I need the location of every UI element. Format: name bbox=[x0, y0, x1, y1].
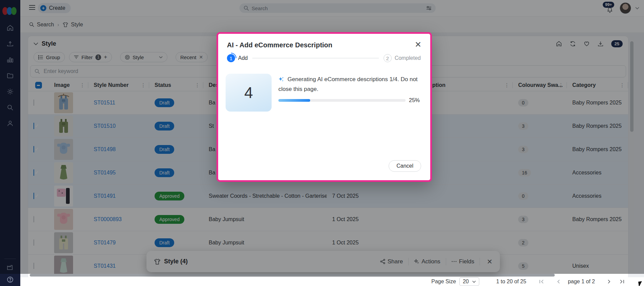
help-icon[interactable] bbox=[6, 276, 14, 283]
previous-page-button[interactable] bbox=[557, 280, 560, 284]
queue-count: 4 bbox=[244, 84, 253, 102]
progress-bar bbox=[278, 99, 406, 102]
step-2-circle: 2 bbox=[384, 54, 392, 62]
queue-count-card: 4 bbox=[226, 74, 272, 112]
range-text: 1 to 20 of 25 bbox=[496, 279, 526, 285]
step-connector bbox=[252, 58, 378, 58]
stepper: 1 Add 2 Completed bbox=[227, 54, 421, 62]
page-text: page 1 of 2 bbox=[568, 279, 595, 285]
horizontal-scrollbar-thumb[interactable] bbox=[30, 274, 555, 277]
cancel-button[interactable]: Cancel bbox=[389, 160, 421, 172]
close-icon[interactable]: ✕ bbox=[415, 41, 421, 49]
ai-sparkle-icon bbox=[278, 76, 284, 82]
progress-message: Generating AI eCommerce descriptions 1/4… bbox=[278, 74, 424, 94]
pagination-bar: Page Size 20 1 to 20 of 25 page 1 of 2 bbox=[20, 277, 644, 286]
page-size-select[interactable]: 20 bbox=[459, 277, 479, 286]
modal-title: AI - Add eCommerce Description bbox=[227, 41, 332, 49]
chevron-down-icon bbox=[472, 281, 476, 283]
progress-fill bbox=[278, 99, 310, 102]
next-page-button[interactable] bbox=[608, 280, 611, 284]
page-size-label: Page Size bbox=[431, 279, 456, 285]
progress-percent: 25% bbox=[409, 97, 420, 103]
ai-description-modal: AI - Add eCommerce Description ✕ 1 Add 2… bbox=[216, 32, 432, 182]
step-1-circle: 1 bbox=[227, 54, 235, 62]
first-page-button[interactable] bbox=[539, 280, 544, 284]
mouse-cursor bbox=[638, 281, 644, 286]
last-page-button[interactable] bbox=[620, 280, 624, 284]
progress-row: 25% bbox=[278, 97, 424, 103]
step-1-label: Add bbox=[238, 55, 248, 61]
app-screen: + Create Search 99+ Search › Style bbox=[0, 0, 644, 286]
step-2-label: Completed bbox=[395, 55, 421, 61]
